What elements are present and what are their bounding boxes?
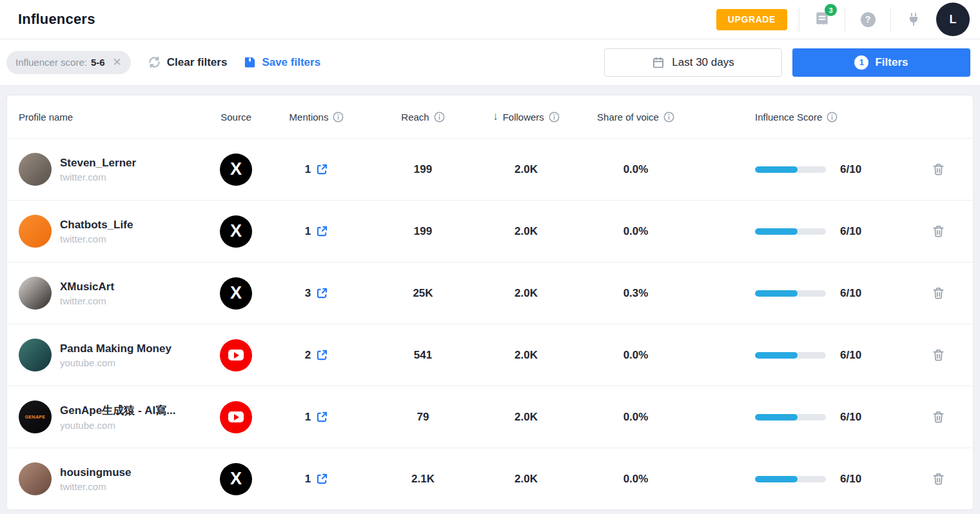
trash-icon	[932, 224, 945, 238]
share-of-voice-value: 0.3%	[623, 287, 649, 300]
column-label: Profile name	[19, 112, 73, 123]
profile-name[interactable]: Chatbots_Life	[60, 219, 133, 232]
filter-chip-value: 5-6	[91, 57, 105, 68]
remove-filter-icon[interactable]: ✕	[113, 55, 122, 69]
column-mentions: Mentions	[271, 112, 362, 123]
profile-name[interactable]: Steven_Lerner	[60, 157, 136, 170]
influence-score-value: 6/10	[840, 473, 861, 486]
followers-value: 2.0K	[514, 411, 538, 424]
info-icon[interactable]	[333, 112, 344, 123]
reach-value: 2.1K	[411, 473, 435, 486]
reach-value: 79	[417, 411, 429, 424]
column-share-of-voice: Share of voice	[568, 112, 703, 123]
info-icon[interactable]	[549, 112, 560, 123]
divider	[890, 7, 891, 32]
table-body: Steven_Lerner twitter.com X 1 199 2.0K 0…	[7, 138, 973, 509]
filters-button[interactable]: 1 Filters	[792, 48, 970, 77]
influence-score-value: 6/10	[840, 411, 861, 424]
divider	[799, 7, 799, 32]
external-link-icon[interactable]	[316, 411, 328, 423]
influence-score-fill	[755, 476, 798, 482]
calendar-icon	[652, 56, 665, 69]
x-source-icon: X	[220, 277, 252, 310]
profile-name[interactable]: GenApe生成猿 - AI寫...	[60, 403, 175, 418]
upgrade-button[interactable]: UPGRADE	[716, 9, 787, 30]
integrations-button[interactable]	[903, 8, 925, 30]
influence-score-bar	[755, 228, 826, 235]
influence-score-bar	[755, 166, 826, 173]
external-link-icon[interactable]	[316, 349, 328, 361]
trash-icon	[932, 163, 945, 176]
info-icon[interactable]	[663, 112, 674, 123]
influence-score-fill	[755, 166, 798, 173]
user-avatar[interactable]: L	[936, 3, 970, 36]
help-button[interactable]: ?	[857, 8, 879, 30]
column-label: Reach	[401, 112, 429, 123]
table-row: Chatbots_Life twitter.com X 1 199 2.0K 0…	[7, 200, 973, 262]
profile-avatar	[19, 215, 52, 248]
updates-button[interactable]: 3	[811, 8, 833, 30]
followers-value: 2.0K	[514, 349, 538, 362]
table-row: GENAPE GenApe生成猿 - AI寫... youtube.com 1 …	[7, 386, 973, 448]
profile-avatar	[19, 462, 52, 495]
column-label: Followers	[503, 112, 544, 123]
table-row: XMusicArt twitter.com X 3 25K 2.0K 0.3% …	[7, 262, 973, 324]
reach-value: 199	[414, 163, 432, 176]
followers-value: 2.0K	[514, 225, 538, 238]
external-link-icon[interactable]	[316, 163, 328, 175]
influence-score-bar	[755, 290, 826, 297]
top-bar: Influencers UPGRADE 3 ? L	[0, 0, 980, 39]
column-label: Share of voice	[597, 112, 659, 123]
influence-score-fill	[755, 414, 798, 420]
filter-chip-influencer-score: Influencer score: 5-6 ✕	[6, 51, 131, 74]
profile-avatar	[19, 153, 52, 186]
followers-value: 2.0K	[514, 163, 538, 176]
column-followers-sorted[interactable]: ↓ Followers	[484, 110, 568, 123]
mentions-count: 1	[305, 411, 311, 424]
followers-value: 2.0K	[514, 473, 538, 486]
avatar-text: GENAPE	[25, 415, 45, 419]
influence-score-fill	[755, 228, 798, 235]
share-of-voice-value: 0.0%	[623, 473, 649, 486]
mentions-count: 1	[305, 225, 311, 238]
external-link-icon[interactable]	[316, 287, 328, 299]
info-icon[interactable]	[827, 112, 838, 123]
x-source-icon: X	[220, 215, 252, 248]
external-link-icon[interactable]	[316, 225, 328, 237]
influencers-table: Profile name Source Mentions Reach ↓ Fol…	[6, 95, 974, 510]
trash-icon	[932, 286, 945, 300]
delete-row-button[interactable]	[903, 348, 973, 362]
clear-filters-button[interactable]: Clear filters	[148, 55, 228, 69]
delete-row-button[interactable]	[903, 286, 973, 300]
profile-name[interactable]: Panda Making Money	[60, 342, 172, 355]
question-icon: ?	[861, 12, 876, 27]
table-row: housingmuse twitter.com X 1 2.1K 2.0K 0.…	[7, 448, 973, 509]
profile-name[interactable]: XMusicArt	[60, 281, 114, 293]
reach-value: 25K	[413, 287, 433, 300]
reach-value: 541	[414, 349, 432, 362]
profile-avatar	[19, 339, 52, 371]
save-icon	[244, 56, 256, 68]
profile-domain: twitter.com	[60, 233, 133, 244]
info-icon[interactable]	[434, 112, 445, 123]
delete-row-button[interactable]	[903, 410, 973, 424]
plug-icon	[906, 12, 921, 27]
date-range-picker[interactable]: Last 30 days	[604, 48, 782, 77]
influence-score-fill	[755, 352, 798, 359]
save-filters-button[interactable]: Save filters	[244, 56, 320, 69]
share-of-voice-value: 0.0%	[623, 411, 649, 424]
date-range-label: Last 30 days	[672, 56, 734, 69]
delete-row-button[interactable]	[903, 224, 973, 238]
table-header: Profile name Source Mentions Reach ↓ Fol…	[7, 95, 973, 138]
influence-score-bar	[755, 476, 826, 482]
top-right-actions: UPGRADE 3 ? L	[716, 3, 970, 36]
profile-name[interactable]: housingmuse	[60, 466, 132, 479]
share-of-voice-value: 0.0%	[623, 349, 649, 362]
profile-domain: twitter.com	[60, 172, 136, 183]
clear-filters-label: Clear filters	[167, 56, 228, 69]
delete-row-button[interactable]	[903, 163, 973, 176]
external-link-icon[interactable]	[316, 473, 328, 485]
column-label: Mentions	[289, 112, 329, 123]
delete-row-button[interactable]	[903, 472, 973, 486]
column-influence-score: Influence Score	[703, 112, 903, 123]
